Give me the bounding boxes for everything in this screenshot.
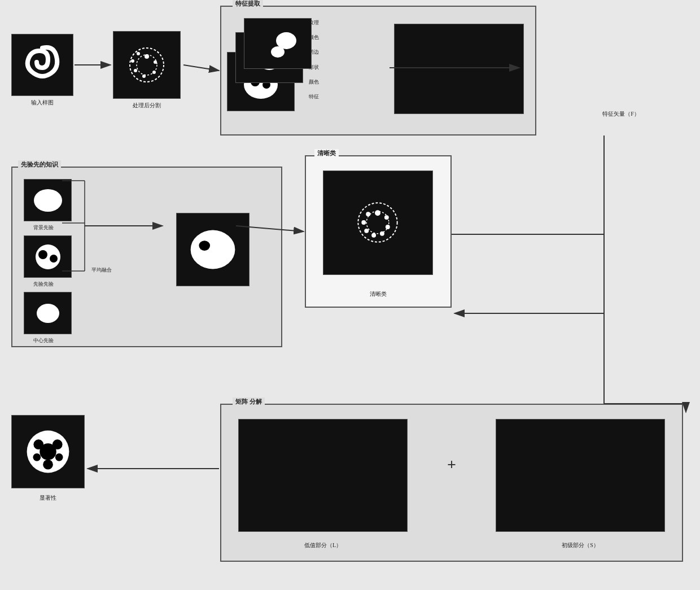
- svg-point-29: [380, 231, 384, 236]
- sparse-box: 清晰类 清晰类: [305, 155, 452, 308]
- svg-point-38: [43, 460, 53, 470]
- svg-point-4: [152, 71, 156, 74]
- input-image: [11, 34, 73, 96]
- svg-point-17: [37, 193, 46, 200]
- output-image: [11, 415, 85, 488]
- svg-point-20: [50, 255, 58, 263]
- feature-extraction-box: 特征提取: [220, 6, 536, 136]
- segmented-label: 处理后分割: [110, 102, 183, 110]
- svg-point-16: [34, 189, 62, 212]
- svg-point-31: [364, 229, 369, 233]
- sparse-label: 清晰类: [306, 290, 450, 298]
- svg-point-7: [131, 59, 134, 63]
- svg-point-21: [37, 304, 59, 323]
- prior-label-3: 中心先验: [15, 337, 72, 344]
- svg-point-30: [371, 233, 376, 238]
- svg-point-39: [33, 453, 41, 461]
- sparse-component-image: [496, 419, 665, 532]
- diagram-container: 输入样图 处理后分割 特征提取: [0, 0, 700, 590]
- feature-extraction-title: 特征提取: [233, 0, 263, 8]
- svg-point-28: [386, 225, 390, 229]
- svg-point-33: [366, 212, 370, 216]
- svg-point-3: [154, 60, 157, 64]
- low-rank-image: [238, 419, 408, 532]
- input-label: 输入样图: [17, 99, 68, 107]
- svg-point-22: [191, 230, 235, 269]
- svg-point-40: [55, 453, 63, 461]
- sparse-title: 清晰类: [314, 149, 339, 158]
- prior-label-1: 背景先验: [15, 224, 72, 231]
- svg-point-5: [142, 75, 146, 78]
- svg-point-6: [134, 69, 137, 72]
- svg-point-32: [361, 220, 366, 225]
- decomposition-title: 矩阵 分解: [233, 397, 265, 406]
- prior-image-2: [24, 235, 72, 278]
- sparse-image: [323, 171, 433, 275]
- prior-image-3: [24, 292, 72, 334]
- svg-point-8: [137, 52, 140, 55]
- decomposition-box: 矩阵 分解 + 低值部分（L） 初级部分（S）: [220, 404, 683, 562]
- arrow-seg-to-feature: [183, 65, 219, 71]
- svg-point-2: [145, 54, 149, 59]
- svg-point-19: [38, 250, 47, 259]
- stack-image-1: [244, 18, 312, 69]
- prior-knowledge-box: 先验先的知识 背景先验 先验先验 中心先验 平均融合: [11, 167, 282, 347]
- prior-knowledge-title: 先验先的知识: [18, 160, 61, 169]
- prior-image-1: [24, 179, 72, 221]
- weighted-fusion-label: 平均融合: [91, 266, 112, 274]
- svg-point-36: [33, 439, 43, 449]
- prior-label-2: 先验先验: [15, 281, 72, 288]
- svg-point-37: [53, 439, 63, 449]
- svg-point-23: [199, 241, 210, 251]
- svg-point-0: [130, 48, 164, 82]
- combined-result: [176, 213, 250, 286]
- feature-stack: [227, 18, 374, 120]
- svg-point-26: [375, 210, 380, 216]
- feature-vector-box: [394, 24, 524, 114]
- low-rank-label: 低值部分（L）: [238, 541, 408, 549]
- plus-sign: +: [447, 456, 456, 474]
- output-label: 显著性: [11, 494, 85, 502]
- svg-point-27: [384, 215, 389, 220]
- sparse-component-label: 初级部分（S）: [496, 541, 665, 549]
- svg-point-10: [271, 46, 285, 58]
- feature-label-5: 颜色: [309, 77, 319, 86]
- feature-label-6: 特征: [309, 92, 319, 101]
- segmented-image: [113, 31, 181, 99]
